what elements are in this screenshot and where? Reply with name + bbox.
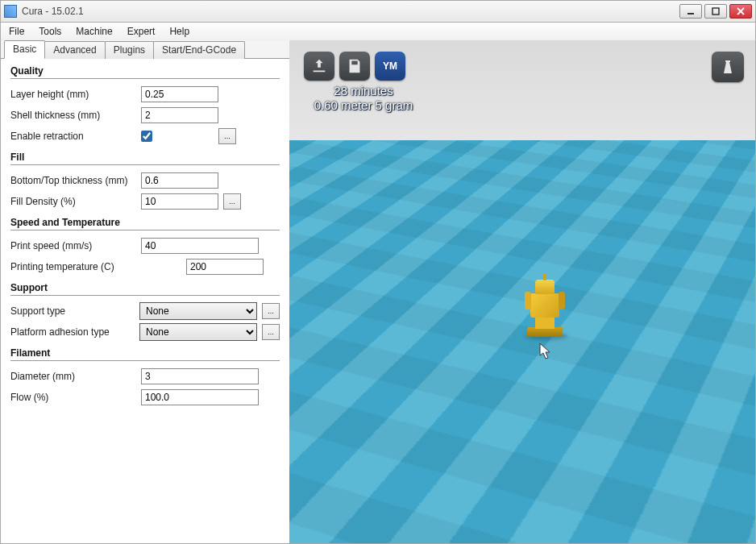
view-mode-button[interactable] [712, 52, 744, 82]
print-time-text: 28 minutes [299, 84, 428, 98]
menu-help[interactable]: Help [166, 24, 193, 39]
label-shell-thickness: Shell thickness (mm) [10, 110, 141, 121]
select-platform-adhesion[interactable]: None [139, 323, 257, 341]
maximize-button[interactable] [704, 4, 727, 19]
input-print-speed[interactable] [141, 238, 259, 254]
fill-density-settings-button[interactable]: ... [223, 193, 241, 210]
label-fill-density: Fill Density (%) [10, 196, 141, 207]
divider [10, 164, 280, 165]
label-flow: Flow (%) [10, 392, 141, 403]
menu-file[interactable]: File [6, 24, 27, 39]
model-preview[interactable] [525, 272, 564, 337]
section-support-header: Support [10, 282, 280, 293]
input-diameter[interactable] [141, 368, 259, 384]
menu-expert[interactable]: Expert [124, 24, 159, 39]
label-support-type: Support type [10, 305, 139, 317]
divider [10, 360, 280, 361]
label-platform-adhesion: Platform adhesion type [10, 326, 139, 338]
support-type-settings-button[interactable]: ... [262, 303, 280, 319]
menu-bar: File Tools Machine Expert Help [0, 23, 756, 40]
section-filament-header: Filament [10, 347, 280, 359]
label-printing-temperature: Printing temperature (C) [10, 261, 141, 272]
retraction-settings-button[interactable]: ... [218, 128, 236, 144]
input-shell-thickness[interactable] [141, 107, 218, 123]
section-quality-header: Quality [10, 65, 280, 77]
label-enable-retraction: Enable retraction [10, 131, 141, 142]
label-print-speed: Print speed (mm/s) [10, 240, 141, 251]
material-usage-text: 0.60 meter 5 gram [299, 98, 428, 113]
minimize-button[interactable] [679, 4, 702, 19]
label-bottom-top-thickness: Bottom/Top thickness (mm) [10, 175, 141, 186]
input-flow[interactable] [141, 389, 259, 405]
print-estimate: 28 minutes 0.60 meter 5 gram [299, 84, 428, 113]
3d-viewport[interactable]: YM 28 minutes 0.60 meter 5 gram [289, 40, 755, 543]
tab-gcode[interactable]: Start/End-GCode [153, 41, 245, 59]
viewport-build-plate [289, 140, 755, 543]
save-toolpath-icon [346, 57, 363, 75]
input-printing-temperature[interactable] [186, 259, 264, 275]
load-model-icon [310, 57, 328, 75]
label-layer-height: Layer height (mm) [10, 89, 141, 100]
window-titlebar: Cura - 15.02.1 [0, 0, 756, 23]
checkbox-enable-retraction[interactable] [141, 131, 152, 142]
model-legs [535, 316, 555, 329]
platform-adhesion-settings-button[interactable]: ... [262, 324, 280, 340]
window-title: Cura - 15.02.1 [22, 6, 84, 17]
section-speed-temp-header: Speed and Temperature [10, 217, 280, 228]
tab-plugins[interactable]: Plugins [105, 41, 154, 59]
view-mode-icon [718, 57, 737, 77]
close-button[interactable] [729, 4, 752, 19]
tab-advanced[interactable]: Advanced [44, 41, 105, 59]
section-fill-header: Fill [10, 152, 280, 163]
label-diameter: Diameter (mm) [10, 371, 141, 382]
settings-panel: Basic Advanced Plugins Start/End-GCode Q… [1, 40, 289, 543]
input-bottom-top-thickness[interactable] [141, 172, 218, 189]
app-icon [4, 5, 17, 18]
select-support-type[interactable]: None [139, 302, 257, 320]
menu-tools[interactable]: Tools [35, 24, 64, 39]
model-torso [530, 293, 559, 318]
model-head [535, 280, 555, 294]
tab-basic[interactable]: Basic [4, 40, 45, 59]
menu-machine[interactable]: Machine [73, 24, 115, 39]
divider [10, 230, 280, 230]
tab-strip: Basic Advanced Plugins Start/End-GCode [1, 40, 289, 59]
share-ym-button[interactable]: YM [375, 52, 405, 81]
load-model-button[interactable] [304, 52, 334, 81]
model-arm-right [559, 292, 565, 309]
save-toolpath-button[interactable] [339, 52, 370, 81]
svg-rect-1 [712, 8, 719, 15]
model-arm-left [525, 292, 531, 309]
input-layer-height[interactable] [141, 86, 218, 102]
divider [10, 78, 280, 79]
model-antenna [543, 273, 546, 280]
input-fill-density[interactable] [141, 193, 218, 210]
ym-icon: YM [383, 60, 397, 72]
divider [10, 295, 280, 296]
